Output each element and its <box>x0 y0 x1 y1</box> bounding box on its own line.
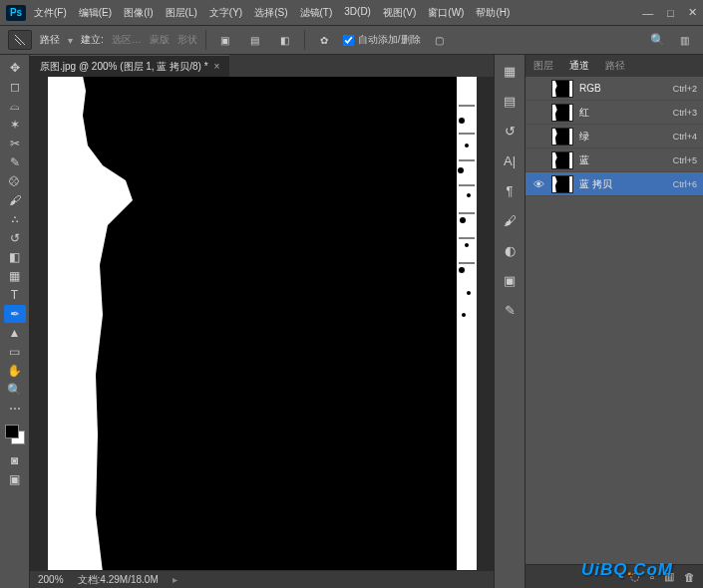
svg-point-8 <box>128 110 132 114</box>
tab-channels[interactable]: 通道 <box>567 59 591 73</box>
svg-point-0 <box>100 91 106 97</box>
tool-preset-icon[interactable] <box>8 30 32 50</box>
hand-tool-icon[interactable]: ✋ <box>4 362 26 380</box>
menu-edit[interactable]: 编辑(E) <box>79 6 112 20</box>
watermark: UiBQ.CoM <box>581 560 673 580</box>
screenmode-icon[interactable]: ▣ <box>4 470 26 488</box>
healing-tool-icon[interactable]: ⛒ <box>4 172 26 190</box>
brush-tool-icon[interactable]: 🖌 <box>4 191 26 209</box>
channel-name: 绿 <box>579 130 667 144</box>
edit-toolbar-icon[interactable]: ⋯ <box>4 400 26 418</box>
tab-paths[interactable]: 路径 <box>603 59 627 73</box>
tools-panel: ✥ ◻ ⌓ ✶ ✂ ✎ ⛒ 🖌 ⛬ ↺ ◧ ▦ T ✒ ▲ ▭ ✋ 🔍 ⋯ ◙ … <box>0 55 30 588</box>
window-maximize-icon[interactable]: □ <box>667 7 674 19</box>
close-tab-icon[interactable]: × <box>214 61 220 72</box>
mask-button[interactable]: 蒙版 <box>150 33 170 47</box>
mode-dropdown[interactable]: 路径 <box>40 33 60 47</box>
menu-select[interactable]: 选择(S) <box>254 6 287 20</box>
adjustments-panel-icon[interactable]: ◐ <box>500 240 520 260</box>
path-align-icon[interactable]: ▤ <box>244 30 266 50</box>
channel-shortcut: Ctrl+2 <box>673 84 697 94</box>
svg-point-22 <box>467 291 471 295</box>
options-bar: 路径 ▾ 建立: 选区… 蒙版 形状 ▣ ▤ ◧ ✿ 自动添加/删除 ▢ 🔍 ▥ <box>0 25 703 55</box>
channel-blue-copy[interactable]: 👁 蓝 拷贝 Ctrl+6 <box>526 172 703 196</box>
zoom-level[interactable]: 200% <box>38 574 64 585</box>
gear-icon[interactable]: ✿ <box>313 30 335 50</box>
path-arrange-icon[interactable]: ◧ <box>274 30 296 50</box>
canvas[interactable] <box>48 77 477 570</box>
svg-point-14 <box>225 92 229 96</box>
shape-tool-icon[interactable]: ▭ <box>4 343 26 361</box>
workspace-icon[interactable]: ▥ <box>673 30 695 50</box>
svg-point-13 <box>209 118 215 124</box>
swatches-panel-icon[interactable]: ▤ <box>500 91 520 111</box>
search-icon[interactable]: 🔍 <box>650 33 665 47</box>
lasso-tool-icon[interactable]: ⌓ <box>4 97 26 115</box>
channel-name: RGB <box>579 83 667 94</box>
doc-size-info[interactable]: 文档:4.29M/18.0M <box>78 573 159 587</box>
properties-panel-icon[interactable]: ✎ <box>500 300 520 320</box>
paragraph-panel-icon[interactable]: ¶ <box>500 180 520 200</box>
svg-point-3 <box>154 86 158 90</box>
menu-file[interactable]: 文件(F) <box>34 6 67 20</box>
channel-thumbnail <box>551 104 573 122</box>
channel-thumbnail <box>551 151 573 169</box>
channel-name: 蓝 <box>579 153 667 167</box>
menu-type[interactable]: 文字(Y) <box>209 6 242 20</box>
move-tool-icon[interactable]: ✥ <box>4 59 26 77</box>
clone-tool-icon[interactable]: ⛬ <box>4 210 26 228</box>
type-tool-icon[interactable]: T <box>4 286 26 304</box>
channel-shortcut: Ctrl+3 <box>673 108 697 118</box>
channel-rgb[interactable]: RGB Ctrl+2 <box>526 77 703 101</box>
brush-panel-icon[interactable]: 🖌 <box>500 210 520 230</box>
svg-point-15 <box>459 118 465 124</box>
shape-button[interactable]: 形状 <box>177 33 197 47</box>
svg-point-11 <box>178 122 186 130</box>
crop-tool-icon[interactable]: ✂ <box>4 135 26 152</box>
visibility-icon[interactable]: 👁 <box>531 178 545 190</box>
selection-button[interactable]: 选区… <box>112 33 142 47</box>
svg-point-10 <box>164 112 168 116</box>
color-panel-icon[interactable]: ▦ <box>500 61 520 81</box>
eyedropper-tool-icon[interactable]: ✎ <box>4 153 26 171</box>
tab-layers[interactable]: 图层 <box>531 59 555 73</box>
menu-help[interactable]: 帮助(H) <box>476 6 510 20</box>
align-edges-icon[interactable]: ▢ <box>429 30 451 50</box>
channel-name: 红 <box>579 106 667 120</box>
svg-point-6 <box>94 109 98 113</box>
svg-point-2 <box>134 94 142 102</box>
menu-view[interactable]: 视图(V) <box>383 6 416 20</box>
history-panel-icon[interactable]: ↺ <box>500 121 520 141</box>
menu-window[interactable]: 窗口(W) <box>428 6 464 20</box>
magic-wand-tool-icon[interactable]: ✶ <box>4 116 26 134</box>
svg-point-9 <box>145 121 151 127</box>
styles-panel-icon[interactable]: ▣ <box>500 270 520 290</box>
color-swatches[interactable] <box>5 425 25 444</box>
menu-image[interactable]: 图像(I) <box>124 6 153 20</box>
eraser-tool-icon[interactable]: ◧ <box>4 248 26 266</box>
window-close-icon[interactable]: ✕ <box>688 6 697 19</box>
document-tab[interactable]: 原图.jpg @ 200% (图层 1, 蓝 拷贝/8) * × <box>30 55 229 77</box>
zoom-tool-icon[interactable]: 🔍 <box>4 381 26 399</box>
history-brush-tool-icon[interactable]: ↺ <box>4 229 26 247</box>
delete-channel-icon[interactable]: 🗑 <box>684 571 695 583</box>
menu-filter[interactable]: 滤镜(T) <box>300 6 333 20</box>
path-ops-icon[interactable]: ▣ <box>214 30 236 50</box>
character-panel-icon[interactable]: A| <box>500 150 520 170</box>
menu-layer[interactable]: 图层(L) <box>166 6 197 20</box>
auto-add-delete-checkbox[interactable] <box>343 35 354 46</box>
channel-green[interactable]: 绿 Ctrl+4 <box>526 125 703 148</box>
svg-point-7 <box>110 115 116 121</box>
window-minimize-icon[interactable]: — <box>642 7 653 19</box>
channel-thumbnail <box>551 128 573 146</box>
menu-3d[interactable]: 3D(D) <box>344 6 371 20</box>
auto-add-delete-label: 自动添加/删除 <box>358 33 421 47</box>
marquee-tool-icon[interactable]: ◻ <box>4 78 26 96</box>
pen-tool-icon[interactable]: ✒ <box>4 305 26 323</box>
channel-red[interactable]: 红 Ctrl+3 <box>526 101 703 125</box>
quickmask-icon[interactable]: ◙ <box>4 451 26 469</box>
path-select-tool-icon[interactable]: ▲ <box>4 324 26 342</box>
channel-blue[interactable]: 蓝 Ctrl+5 <box>526 148 703 172</box>
gradient-tool-icon[interactable]: ▦ <box>4 267 26 285</box>
foreground-color-swatch[interactable] <box>5 425 19 439</box>
